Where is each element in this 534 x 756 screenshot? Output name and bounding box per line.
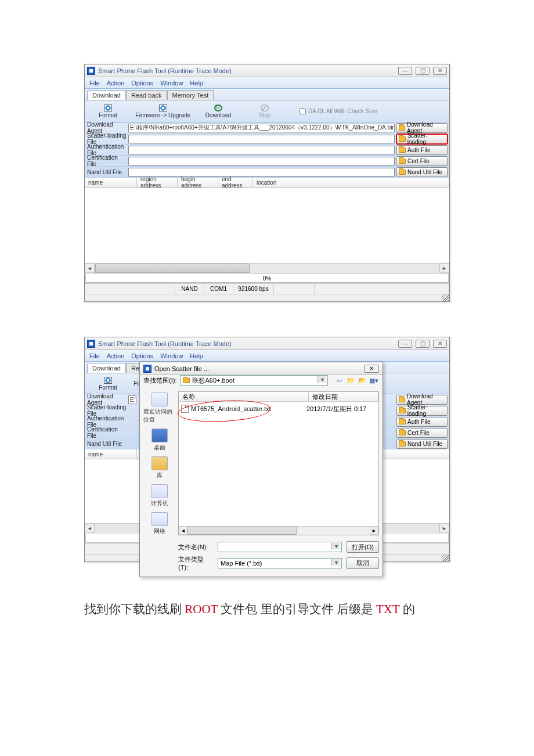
filename-label: 文件名(N): xyxy=(178,543,213,552)
resize-grip[interactable] xyxy=(442,555,449,562)
scroll-thumb[interactable] xyxy=(95,264,250,273)
table-body xyxy=(85,188,449,263)
th-begin[interactable]: begin address xyxy=(178,178,218,187)
close-button[interactable]: ✕ xyxy=(433,340,447,348)
menu-help[interactable]: Help xyxy=(190,80,203,87)
col-name[interactable]: 名称 xyxy=(179,392,309,401)
file-date: 2012/7/1/星期日 0:17 xyxy=(306,405,376,413)
progress-bar: 0% xyxy=(85,273,449,283)
auth-button[interactable]: Auth File xyxy=(396,145,448,155)
download-agent-input-clip[interactable]: E:\ xyxy=(128,395,136,404)
scatter-input[interactable] xyxy=(128,135,395,143)
h-scrollbar[interactable]: ◄ ► xyxy=(85,263,449,273)
scroll-left-icon[interactable]: ◄ xyxy=(85,524,95,533)
titlebar[interactable]: Smart Phone Flash Tool (Runtime Trace Mo… xyxy=(85,64,449,77)
menu-options[interactable]: Options xyxy=(131,352,153,359)
scroll-thumb[interactable] xyxy=(187,527,297,535)
format-button[interactable]: Format xyxy=(85,101,131,122)
menu-action[interactable]: Action xyxy=(107,352,125,359)
maximize-button[interactable]: ▢ xyxy=(416,67,430,75)
nav-icons: ⇦ 📁 📂 ▦▾ xyxy=(334,375,379,386)
scroll-right-icon[interactable]: ► xyxy=(439,524,449,533)
checksum-checkbox[interactable]: DA DL All With Check Sum xyxy=(300,108,377,114)
cancel-button[interactable]: 取消 xyxy=(347,557,379,569)
scroll-left-icon[interactable]: ◄ xyxy=(85,264,95,273)
th-region[interactable]: region address xyxy=(137,178,178,187)
auth-button[interactable]: Auth File xyxy=(396,417,448,427)
nand-label: Nand Util File xyxy=(85,169,128,175)
maximize-button[interactable]: ▢ xyxy=(416,340,430,348)
look-in-label: 查找范围(I): xyxy=(143,376,176,385)
filetype-combo[interactable]: Map File (*.txt) xyxy=(218,558,342,568)
th-location[interactable]: location xyxy=(253,178,449,187)
close-button[interactable]: ✕ xyxy=(433,67,447,75)
nand-button[interactable]: Nand Util File xyxy=(396,439,448,449)
scatter-button[interactable]: Scatter-loading xyxy=(396,406,448,416)
titlebar[interactable]: Smart Phone Flash Tool (Runtime Trace Mo… xyxy=(85,337,449,350)
tab-download[interactable]: Download xyxy=(87,90,126,100)
scroll-right-icon[interactable]: ► xyxy=(370,527,378,535)
place-lib[interactable]: 库 xyxy=(151,456,168,480)
scatter-button[interactable]: Scatter-loading xyxy=(396,134,448,144)
dialog-close-button[interactable]: ✕ xyxy=(364,365,379,373)
scroll-right-icon[interactable]: ► xyxy=(439,264,449,273)
download-agent-input[interactable]: E:\程序\N9\a60+root\A60+升级工具\A789升级工具___20… xyxy=(128,124,395,132)
filename-combo[interactable] xyxy=(218,542,342,552)
scroll-track[interactable] xyxy=(95,264,439,273)
nand-button[interactable]: Nand Util File xyxy=(396,167,448,177)
place-network[interactable]: 网络 xyxy=(151,512,168,535)
list-item[interactable]: MT6575_Android_scatter.txt 2012/7/1/星期日 … xyxy=(181,404,376,413)
tab-download[interactable]: Download xyxy=(87,363,126,373)
cert-button[interactable]: Cert File xyxy=(396,428,448,438)
look-in-combo[interactable]: 联想A60+.boot xyxy=(180,375,328,386)
back-icon[interactable]: ⇦ xyxy=(334,375,344,386)
scroll-left-icon[interactable]: ◄ xyxy=(179,527,187,535)
menu-options[interactable]: Options xyxy=(131,80,153,87)
checksum-input[interactable] xyxy=(300,108,306,114)
menu-file[interactable]: File xyxy=(89,352,100,359)
up-icon[interactable]: 📁 xyxy=(345,375,356,386)
folder-icon xyxy=(399,408,406,413)
auth-input[interactable] xyxy=(128,146,395,154)
menu-window[interactable]: Window xyxy=(160,80,183,87)
minimize-button[interactable]: — xyxy=(398,67,412,75)
format-button[interactable]: Format xyxy=(85,373,131,394)
cert-input[interactable] xyxy=(128,157,395,165)
tab-readback[interactable]: Read back xyxy=(126,90,167,100)
cert-button[interactable]: Cert File xyxy=(396,156,448,166)
menu-file[interactable]: File xyxy=(89,80,100,87)
nand-input[interactable] xyxy=(128,168,395,177)
filetype-label: 文件类型(T): xyxy=(178,555,213,571)
status-bps: 921600 bps xyxy=(233,284,274,294)
th-name[interactable]: name xyxy=(85,449,137,459)
th-end[interactable]: end address xyxy=(218,178,253,187)
menu-action[interactable]: Action xyxy=(107,80,125,87)
download-agent-button[interactable]: Download Agent xyxy=(396,123,448,133)
computer-icon xyxy=(151,484,168,498)
place-recent[interactable]: 最近访问的位置 xyxy=(143,393,176,424)
col-date[interactable]: 修改日期 xyxy=(309,392,378,401)
resize-grip[interactable] xyxy=(442,294,449,302)
scroll-track[interactable] xyxy=(187,527,370,535)
status-empty1 xyxy=(85,284,175,294)
minimize-button[interactable]: — xyxy=(398,340,412,348)
menu-help[interactable]: Help xyxy=(190,352,203,359)
place-computer[interactable]: 计算机 xyxy=(151,484,168,507)
open-button[interactable]: 打开(O) xyxy=(347,541,379,553)
view-icon[interactable]: ▦▾ xyxy=(369,375,379,386)
upgrade-button[interactable]: Firmware -> Upgrade xyxy=(131,101,195,122)
file-list-scrollbar[interactable]: ◄ ► xyxy=(179,526,378,535)
download-button[interactable]: Download xyxy=(195,101,241,122)
place-desktop[interactable]: 桌面 xyxy=(151,429,168,452)
file-list-body[interactable]: MT6575_Android_scatter.txt 2012/7/1/星期日 … xyxy=(179,402,378,526)
newfolder-icon[interactable]: 📂 xyxy=(357,375,367,386)
cert-label: Certification File xyxy=(85,154,128,167)
download-agent-button[interactable]: Download Agent xyxy=(396,395,448,405)
tab-memorytest[interactable]: Memory Test xyxy=(167,90,214,100)
th-name[interactable]: name xyxy=(85,178,137,187)
stop-button[interactable]: Stop xyxy=(241,101,288,122)
menu-window[interactable]: Window xyxy=(160,352,183,359)
file-rows: Download Agent E:\程序\N9\a60+root\A60+升级工… xyxy=(85,123,449,178)
app-icon xyxy=(143,365,151,373)
dialog-titlebar[interactable]: Open Scatter file ... ✕ xyxy=(140,362,383,375)
